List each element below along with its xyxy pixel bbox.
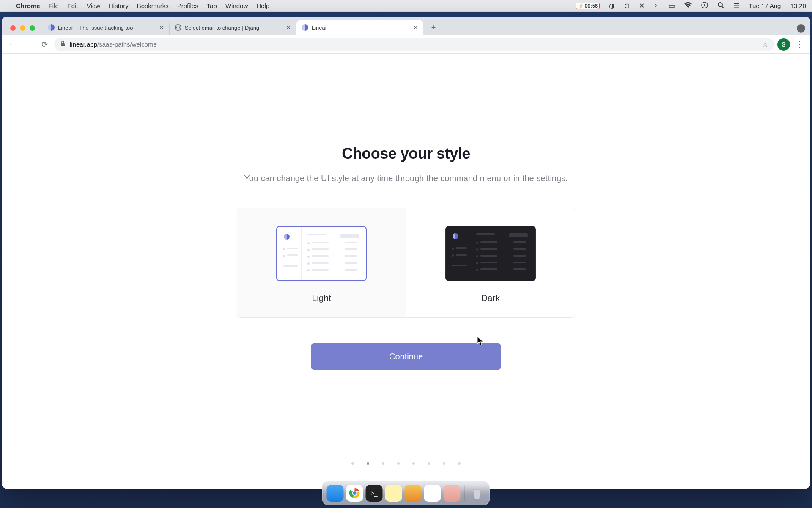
url-domain: linear.app: [70, 41, 97, 48]
status-icon-4[interactable]: ⁙: [654, 2, 659, 10]
tabstrip-right-icon[interactable]: [797, 24, 805, 33]
battery-timer-badge[interactable]: ⚡00:56: [576, 3, 600, 9]
step-dot-5[interactable]: [428, 462, 430, 465]
forward-button[interactable]: →: [22, 38, 35, 51]
dock-separator: [464, 485, 465, 501]
globe-icon: [175, 24, 181, 31]
style-option-label: Dark: [481, 293, 500, 303]
step-dot-0[interactable]: [351, 462, 354, 465]
control-center-icon[interactable]: [701, 2, 708, 10]
tab-title: Linear: [312, 25, 410, 31]
dock-app-terminal[interactable]: >_: [366, 485, 383, 502]
onboarding-panel: Choose your style You can change the UI …: [2, 54, 810, 489]
spotlight-icon[interactable]: [717, 2, 724, 10]
menubar-time[interactable]: 13:20: [790, 2, 806, 9]
status-icon-9[interactable]: ☰: [733, 2, 739, 10]
svg-point-7: [353, 491, 357, 495]
profile-avatar[interactable]: S: [777, 38, 790, 51]
dock-app-finder[interactable]: [327, 485, 344, 502]
dark-theme-preview: [445, 226, 536, 281]
step-dot-6[interactable]: [443, 462, 445, 465]
linear-icon: [453, 233, 458, 239]
menubar-view[interactable]: View: [87, 2, 100, 9]
menubar-help[interactable]: Help: [256, 2, 269, 9]
step-dot-1[interactable]: [367, 462, 369, 465]
tab-0[interactable]: Linear – The issue tracking too ✕: [43, 20, 170, 35]
tab-title: Select email to change | Djang: [185, 25, 283, 31]
step-dot-7[interactable]: [458, 462, 461, 465]
style-option-dark[interactable]: Dark: [406, 208, 575, 318]
style-option-light[interactable]: Light: [237, 208, 406, 318]
lock-icon: [60, 41, 66, 48]
bookmark-star-icon[interactable]: ☆: [762, 40, 768, 48]
status-icon-3[interactable]: ✕: [639, 2, 645, 10]
close-icon[interactable]: ✕: [159, 24, 164, 31]
menubar-history[interactable]: History: [109, 2, 129, 9]
battery-timer-text: 00:56: [585, 3, 598, 9]
menubar-tab[interactable]: Tab: [207, 2, 217, 9]
window-close-button[interactable]: [10, 25, 16, 31]
back-button[interactable]: ←: [6, 38, 19, 51]
reload-button[interactable]: ⟳: [38, 38, 51, 51]
menubar-profiles[interactable]: Profiles: [177, 2, 198, 9]
status-icon-2[interactable]: ⊙: [624, 2, 630, 10]
onboarding-stepper: [351, 462, 461, 465]
close-icon[interactable]: ✕: [286, 24, 291, 31]
step-dot-3[interactable]: [397, 462, 400, 465]
chrome-tabstrip: Linear – The issue tracking too ✕ Select…: [2, 17, 810, 35]
tab-1[interactable]: Select email to change | Djang ✕: [170, 20, 296, 35]
continue-button[interactable]: Continue: [311, 343, 501, 370]
style-option-group: Light: [237, 208, 575, 318]
menubar-file[interactable]: File: [49, 2, 59, 9]
url-path: /saas-paths/welcome: [97, 41, 157, 48]
new-tab-button[interactable]: +: [428, 22, 439, 33]
page-content: Choose your style You can change the UI …: [2, 54, 810, 489]
tab-title: Linear – The issue tracking too: [58, 25, 156, 31]
menubar-window[interactable]: Window: [225, 2, 248, 9]
url-text: linear.app/saas-paths/welcome: [70, 41, 157, 48]
page-title: Choose your style: [342, 145, 470, 163]
dock-app-trash[interactable]: [469, 485, 486, 502]
dock-app-7[interactable]: [444, 485, 461, 502]
menubar-edit[interactable]: Edit: [67, 2, 78, 9]
svg-rect-8: [473, 489, 481, 490]
close-icon[interactable]: ✕: [413, 24, 418, 31]
step-dot-2[interactable]: [382, 462, 384, 465]
battery-icon[interactable]: ▭: [669, 2, 675, 10]
svg-point-1: [704, 4, 705, 6]
menubar-date[interactable]: Tue 17 Aug: [749, 2, 781, 9]
dock-app-5[interactable]: [405, 485, 422, 502]
svg-rect-4: [61, 43, 65, 46]
tabs-container: Linear – The issue tracking too ✕ Select…: [43, 17, 423, 35]
chrome-menu-button[interactable]: ⋮: [793, 40, 806, 49]
page-subtitle: You can change the UI style at any time …: [244, 174, 568, 183]
window-controls: [7, 25, 38, 35]
wifi-icon[interactable]: [684, 2, 692, 10]
dock-app-chrome[interactable]: [346, 485, 363, 502]
light-theme-preview: [276, 226, 367, 281]
window-maximize-button[interactable]: [30, 25, 35, 31]
linear-icon: [48, 24, 55, 31]
linear-icon: [302, 24, 308, 31]
macos-menubar: Chrome File Edit View History Bookmarks …: [0, 0, 812, 12]
style-option-label: Light: [312, 293, 331, 303]
macos-dock: >_: [322, 481, 490, 505]
chrome-window: Linear – The issue tracking too ✕ Select…: [2, 17, 810, 489]
dock-app-notes[interactable]: [385, 485, 402, 502]
menubar-app-name[interactable]: Chrome: [16, 2, 40, 9]
svg-point-2: [718, 3, 722, 7]
dock-app-6[interactable]: [424, 485, 441, 502]
bolt-icon: ⚡: [578, 3, 584, 9]
window-minimize-button[interactable]: [20, 25, 25, 31]
step-dot-4[interactable]: [412, 462, 415, 465]
tab-2[interactable]: Linear ✕: [296, 20, 423, 35]
chrome-toolbar: ← → ⟳ linear.app/saas-paths/welcome ☆ S …: [2, 35, 810, 54]
svg-line-3: [722, 6, 724, 8]
menubar-bookmarks[interactable]: Bookmarks: [137, 2, 169, 9]
status-icon-1[interactable]: ◑: [609, 2, 615, 10]
address-bar[interactable]: linear.app/saas-paths/welcome ☆: [54, 38, 774, 51]
